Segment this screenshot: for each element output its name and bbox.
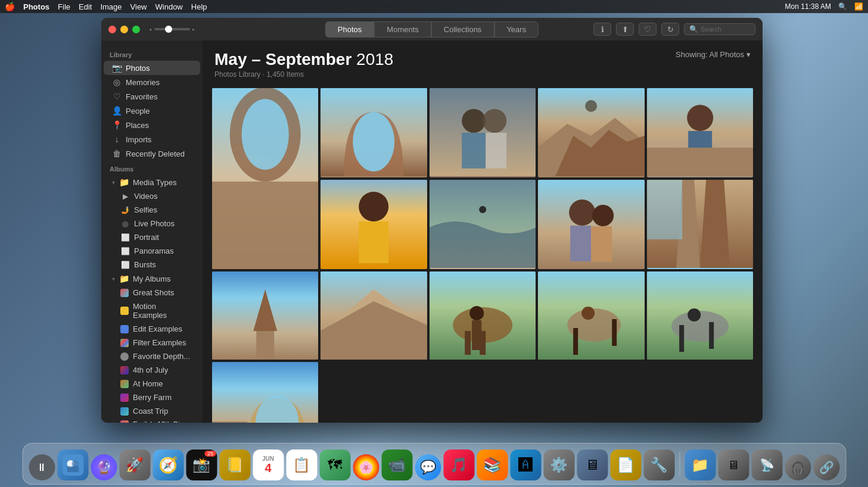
svg-point-18	[359, 192, 389, 221]
sidebar-item-at-home[interactable]: At Home	[104, 377, 200, 391]
dock-script-editor[interactable]: 📄	[610, 449, 641, 480]
menu-edit[interactable]: Edit	[79, 2, 92, 11]
dock-headphones[interactable]: 🎧	[785, 454, 811, 480]
photo-6[interactable]: HDR	[321, 180, 427, 269]
zoom-slider[interactable]	[154, 28, 190, 30]
photo-12[interactable]: HDR	[430, 271, 536, 360]
dock-appstore[interactable]: 🅰	[510, 449, 541, 480]
svg-rect-46	[709, 322, 714, 349]
dock-screen-saver[interactable]: 🖥	[718, 449, 749, 480]
tab-photos[interactable]: Photos	[325, 21, 374, 38]
sidebar-item-imports[interactable]: ↓ Imports	[104, 132, 200, 146]
tab-collections[interactable]: Collections	[431, 21, 494, 38]
dock-photos-app[interactable]: 📸 25	[186, 449, 217, 480]
selfies-icon: 🤳	[120, 206, 130, 214]
sidebar-item-videos[interactable]: ▶ Videos	[104, 189, 200, 203]
sidebar-item-bursts[interactable]: ⬜ Bursts	[104, 258, 200, 271]
menu-help[interactable]: Help	[191, 2, 207, 11]
showing-filter[interactable]: Showing: All Photos ▾	[676, 50, 751, 59]
svg-point-2	[242, 99, 289, 170]
svg-point-12	[585, 100, 597, 112]
sidebar-item-4th-july[interactable]: 4th of July	[104, 363, 200, 377]
dock-messages[interactable]: 💬	[415, 454, 441, 480]
close-button[interactable]	[108, 26, 116, 33]
maximize-button[interactable]	[132, 26, 140, 33]
dock-tools[interactable]: 🔧	[643, 449, 674, 480]
sidebar-item-my-albums[interactable]: ▾ 📁 My Albums	[104, 271, 200, 286]
dock-safari[interactable]: 🧭	[153, 449, 183, 480]
app-menu-photos[interactable]: Photos	[23, 2, 49, 11]
dock-books[interactable]: 📚	[477, 449, 508, 480]
photo-7[interactable]	[430, 180, 536, 269]
dock-migration[interactable]: 🖥	[577, 449, 608, 480]
dock-photos-icon[interactable]: 🌸	[353, 454, 379, 480]
sidebar-label-places: Places	[126, 121, 149, 130]
dock-finder[interactable]	[57, 449, 88, 480]
sidebar-item-great-shots[interactable]: Great Shots	[104, 286, 200, 299]
menu-view[interactable]: View	[130, 2, 147, 11]
photo-13[interactable]	[538, 271, 644, 360]
dock-airplay[interactable]: 📡	[751, 449, 782, 480]
dock-music[interactable]: 🎵	[443, 449, 474, 480]
photo-5[interactable]	[647, 88, 753, 177]
sidebar-item-portrait[interactable]: ⬜ Portrait	[104, 230, 200, 244]
photo-grid-container[interactable]: HDR	[203, 83, 763, 423]
dock-notes[interactable]: 📒	[219, 449, 250, 480]
photo-1[interactable]	[212, 88, 318, 269]
menu-file[interactable]: File	[58, 2, 70, 11]
sidebar-item-filter-examples[interactable]: Filter Examples	[104, 336, 200, 349]
menu-window[interactable]: Window	[155, 2, 183, 11]
photo-4[interactable]: HDR	[538, 88, 644, 177]
dock-finder-2[interactable]: 📁	[685, 449, 715, 480]
sidebar-item-selfies[interactable]: 🤳 Selfies	[104, 203, 200, 217]
search-bar[interactable]: 🔍 Search	[684, 23, 755, 35]
sidebar-label-coast-trip: Coast Trip	[133, 407, 168, 416]
rotate-button[interactable]: ↻	[661, 23, 679, 36]
sidebar-item-places[interactable]: 📍 Places	[104, 118, 200, 132]
dock-launchpad[interactable]: 🚀	[119, 449, 150, 480]
photo-3[interactable]	[430, 88, 536, 177]
tab-years[interactable]: Years	[494, 21, 539, 38]
photo-header: May – September 2018 Photos Library · 1,…	[203, 40, 763, 83]
sidebar-item-panoramas[interactable]: ⬜ Panoramas	[104, 244, 200, 258]
sidebar-item-memories[interactable]: ◎ Memories	[104, 75, 200, 89]
sidebar-item-motion-examples[interactable]: Motion Examples	[104, 299, 200, 322]
sidebar-item-berry-farm[interactable]: Berry Farm	[104, 391, 200, 404]
search-icon: 🔍	[689, 25, 698, 33]
tab-moments[interactable]: Moments	[374, 21, 431, 38]
photo-15[interactable]	[212, 362, 318, 423]
dock-calendar[interactable]: JUN4	[253, 449, 284, 480]
sidebar-item-photos[interactable]: 📷 Photos	[104, 61, 200, 75]
dock-reminders[interactable]: 📋	[286, 449, 317, 480]
dock-connect[interactable]: 🔗	[813, 454, 839, 480]
sidebar: Library 📷 Photos ◎ Memories ♡ Favorites …	[101, 40, 203, 423]
dock-maps[interactable]: 🗺	[319, 449, 350, 480]
share-button[interactable]: ⬆	[616, 23, 634, 36]
sidebar-item-recently-deleted[interactable]: 🗑 Recently Deleted	[104, 146, 200, 161]
dock-system-prefs[interactable]: ⚙️	[543, 449, 574, 480]
photo-2[interactable]	[321, 88, 427, 177]
sidebar-item-media-types[interactable]: ▾ 📁 Media Types	[104, 175, 200, 189]
apple-menu[interactable]: 🍎	[5, 2, 15, 11]
menu-image[interactable]: Image	[100, 2, 122, 11]
photo-14[interactable]	[647, 271, 753, 360]
sidebar-item-live-photos[interactable]: ◎ Live Photos	[104, 217, 200, 230]
sidebar-item-edit-examples[interactable]: Edit Examples	[104, 322, 200, 336]
sidebar-item-favorites[interactable]: ♡ Favorites	[104, 89, 200, 104]
rotate-icon: ↻	[667, 25, 674, 34]
dock-facetime[interactable]: 📹	[381, 449, 412, 480]
sidebar-item-emily[interactable]: Emily's 10th Bir...	[104, 418, 200, 423]
photo-8[interactable]	[538, 180, 644, 269]
sidebar-item-favorite-depth[interactable]: Favorite Depth...	[104, 349, 200, 363]
sidebar-item-coast-trip[interactable]: Coast Trip	[104, 404, 200, 418]
sidebar-label-portrait: Portrait	[134, 233, 159, 242]
dock-siri[interactable]: 🔮	[91, 454, 117, 480]
photo-11[interactable]	[321, 271, 427, 360]
photo-10[interactable]	[212, 271, 318, 360]
photo-9[interactable]: HDR	[647, 180, 753, 269]
sidebar-item-people[interactable]: 👤 People	[104, 104, 200, 118]
info-button[interactable]: ℹ	[593, 23, 611, 36]
dock-pause-button[interactable]: ⏸	[29, 454, 55, 480]
minimize-button[interactable]	[120, 26, 128, 33]
favorite-button[interactable]: ♡	[639, 23, 657, 36]
